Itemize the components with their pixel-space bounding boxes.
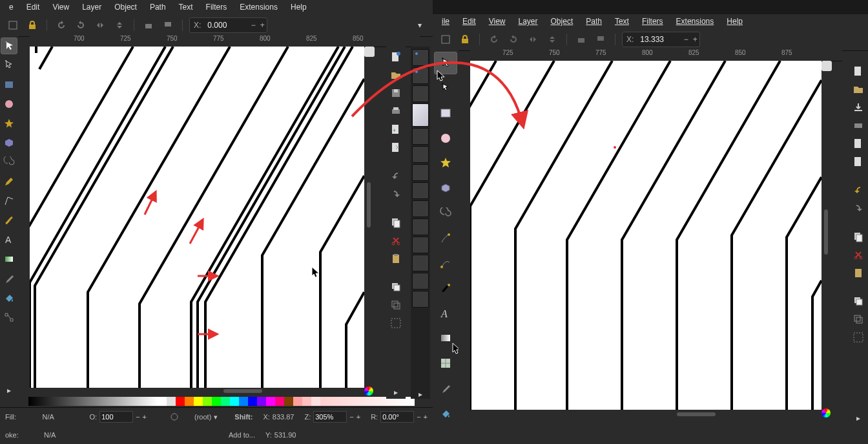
layer-label[interactable]: (root) <box>194 413 211 421</box>
swatch-cube[interactable] <box>412 164 429 181</box>
open-icon[interactable] <box>389 69 402 81</box>
canvas[interactable] <box>470 61 822 410</box>
x-increment[interactable]: + <box>690 33 699 46</box>
new-doc-icon[interactable] <box>852 65 865 78</box>
menu-view[interactable]: View <box>482 16 512 27</box>
x-input[interactable] <box>637 33 681 46</box>
copy-icon[interactable] <box>389 216 402 229</box>
select-all-icon[interactable] <box>438 32 453 47</box>
menu-filters[interactable]: Filters <box>636 16 670 27</box>
opacity-dec[interactable]: − <box>136 413 140 421</box>
mesh-tool[interactable] <box>434 352 457 375</box>
swatch-callig[interactable] <box>412 237 429 253</box>
ellipse-tool[interactable] <box>1 96 17 112</box>
raise-icon[interactable] <box>141 17 156 33</box>
menu-object[interactable]: Object <box>544 16 580 27</box>
duplicate-icon[interactable] <box>389 280 402 293</box>
menu-layer[interactable]: Layer <box>512 16 544 27</box>
canvas[interactable] <box>30 47 364 388</box>
connector-tool[interactable] <box>1 309 17 326</box>
menu-path[interactable]: Path <box>579 16 608 27</box>
gradient-tool[interactable] <box>1 251 17 268</box>
text-tool[interactable]: A <box>1 231 17 248</box>
raise-icon[interactable] <box>574 32 589 47</box>
spiral-tool[interactable] <box>1 154 17 171</box>
cut-icon[interactable] <box>389 234 402 247</box>
import-icon[interactable] <box>852 137 865 150</box>
x-increment[interactable]: + <box>258 19 267 32</box>
opacity-input[interactable] <box>99 411 133 423</box>
print-icon[interactable] <box>852 119 865 132</box>
color-wheel-icon[interactable] <box>822 408 831 418</box>
rotate-ccw-icon[interactable] <box>486 32 502 47</box>
swatch-spiral[interactable] <box>412 182 429 199</box>
calligraphy-tool[interactable] <box>1 212 17 229</box>
redo-icon[interactable] <box>852 202 865 215</box>
redo-icon[interactable] <box>389 187 402 200</box>
menu-file[interactable]: e <box>3 1 20 13</box>
vertical-scrollbar[interactable] <box>823 61 829 410</box>
swatch-arrow[interactable] <box>412 49 429 66</box>
3dbox-tool[interactable] <box>434 177 457 200</box>
zoom-dec[interactable]: − <box>349 413 353 421</box>
pencil-tool[interactable] <box>434 227 457 249</box>
select-all-icon[interactable] <box>5 17 21 33</box>
bezier-tool[interactable] <box>434 252 457 275</box>
copy-icon[interactable] <box>852 230 865 243</box>
menu-view[interactable]: View <box>46 1 76 13</box>
swatch-mesh[interactable] <box>412 291 429 308</box>
selector-tool[interactable] <box>1 37 17 54</box>
menu-help[interactable]: Help <box>720 16 749 27</box>
group-icon[interactable] <box>389 317 402 330</box>
rect-tool[interactable] <box>434 101 457 124</box>
menu-text[interactable]: Text <box>172 1 200 13</box>
selector-tool[interactable] <box>434 52 457 74</box>
canvas-corner-icon[interactable] <box>364 47 375 57</box>
menu-extensions[interactable]: Extensions <box>233 1 284 13</box>
rotate-cw-icon[interactable] <box>73 17 88 33</box>
zoom-input[interactable] <box>313 411 347 423</box>
visibility-icon[interactable] <box>170 412 179 421</box>
color-wheel-icon[interactable] <box>364 386 373 396</box>
dropper-tool[interactable] <box>1 270 17 287</box>
paste-icon[interactable] <box>389 252 402 265</box>
swatch-rect[interactable] <box>412 85 429 102</box>
flip-v-icon[interactable] <box>112 17 127 33</box>
flip-h-icon[interactable] <box>525 32 541 47</box>
menu-object[interactable]: Object <box>108 1 143 13</box>
ellipse-tool[interactable] <box>434 127 457 149</box>
swatch-star[interactable] <box>412 146 429 163</box>
expand-right-icon[interactable]: ▸ <box>852 412 865 425</box>
swatch-circle[interactable] <box>412 128 429 145</box>
text-tool[interactable]: A <box>434 302 457 324</box>
menu-path[interactable]: Path <box>143 1 172 13</box>
color-palette[interactable] <box>28 397 415 406</box>
flip-v-icon[interactable] <box>544 32 560 47</box>
paste-icon[interactable] <box>852 266 865 279</box>
star-tool[interactable] <box>1 115 17 132</box>
pencil-tool[interactable] <box>1 173 17 190</box>
expand-right-icon[interactable]: ▸ <box>389 386 402 399</box>
horizontal-scrollbar[interactable] <box>30 388 415 394</box>
export-icon[interactable] <box>389 141 402 154</box>
rotate-input[interactable] <box>380 411 414 423</box>
rot-inc[interactable]: + <box>424 413 428 421</box>
export-icon[interactable] <box>852 155 865 168</box>
menu-file[interactable]: ile <box>435 16 456 27</box>
calligraphy-tool[interactable] <box>434 277 457 300</box>
lock-icon[interactable] <box>457 32 473 47</box>
menu-layer[interactable]: Layer <box>76 1 108 13</box>
rect-tool[interactable] <box>1 76 17 93</box>
menu-edit[interactable]: Edit <box>456 16 482 27</box>
menu-edit[interactable]: Edit <box>20 1 46 13</box>
canvas-corner-icon[interactable] <box>822 61 832 71</box>
new-doc-icon[interactable] <box>389 50 402 63</box>
swatch-grad[interactable] <box>412 273 429 290</box>
swatch-text[interactable] <box>412 255 429 271</box>
save-icon[interactable] <box>852 101 865 114</box>
x-decrement[interactable]: − <box>249 19 258 32</box>
bezier-tool[interactable] <box>1 193 17 209</box>
vertical-scrollbar[interactable] <box>366 47 372 388</box>
horizontal-scrollbar[interactable] <box>470 411 842 418</box>
x-decrement[interactable]: − <box>681 33 690 46</box>
